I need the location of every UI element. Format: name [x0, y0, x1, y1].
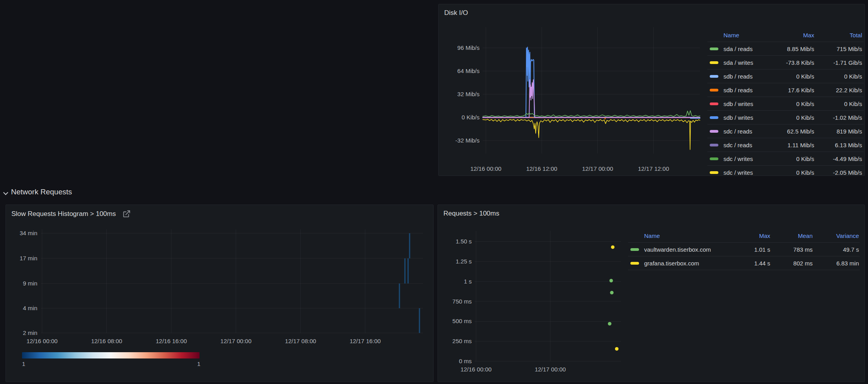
- legend-row[interactable]: sdb / reads0 Kib/s0 Kib/s: [707, 69, 864, 83]
- series-name: sdc / reads: [723, 142, 752, 148]
- legend-row[interactable]: sdb / reads17.6 Kib/s22.2 Kib/s: [707, 83, 864, 97]
- series-color-dash: [710, 61, 718, 64]
- legend-value-max: 0 Kib/s: [766, 169, 814, 176]
- legend-row[interactable]: vaultwarden.tiserbox.com1.01 s783 ms49.7…: [628, 243, 860, 256]
- heatmap-color-scale: [22, 352, 200, 358]
- legend-value-total: 715 Mib/s: [814, 46, 864, 52]
- series-name: sdb / reads: [723, 87, 753, 93]
- legend-value-total: 0 Kib/s: [814, 101, 864, 107]
- axis-tick-label: 12/16 00:00: [26, 338, 57, 344]
- legend-row[interactable]: sdc / writes0 Kib/s-2.05 Mib/s: [707, 166, 864, 176]
- legend-value-max: 1.11 Mib/s: [766, 142, 814, 148]
- series-color-dash: [710, 48, 718, 50]
- axis-tick-label: 9 min: [23, 280, 37, 287]
- legend-header-variance[interactable]: Variance: [813, 232, 860, 239]
- scatter-point[interactable]: [608, 322, 612, 325]
- series-name: grafana.tiserbox.com: [644, 260, 699, 267]
- legend-row[interactable]: sdc / reads62.5 Mib/s819 Mib/s: [707, 124, 864, 138]
- legend-value-max: 0 Kib/s: [766, 101, 814, 107]
- legend-header-name[interactable]: Name: [707, 32, 766, 38]
- series-color-dash: [710, 116, 718, 119]
- axis-tick-label: 12/16 12:00: [526, 165, 557, 172]
- series-name: sdb / writes: [723, 101, 753, 107]
- series-line: [483, 80, 700, 117]
- scatter-point[interactable]: [611, 245, 615, 249]
- axis-tick-label: 12/17 00:00: [220, 338, 251, 344]
- legend-value-total: 22.2 Kib/s: [814, 87, 864, 93]
- series-name: sda / writes: [723, 59, 753, 66]
- axis-tick-label: 12/17 08:00: [285, 338, 316, 344]
- axis-tick-label: 12/16 16:00: [156, 338, 187, 344]
- axis-tick-label: 12/17 12:00: [638, 165, 669, 172]
- legend-row[interactable]: sdc / writes0 Kib/s-4.49 Mib/s: [707, 152, 864, 166]
- axis-tick-label: 34 min: [20, 230, 37, 236]
- legend-row[interactable]: sdb / writes0 Kib/s-1.02 Mib/s: [707, 111, 864, 124]
- series-color-dash: [710, 157, 718, 160]
- axis-tick-label: 12/17 00:00: [582, 165, 613, 172]
- legend-value-max: 8.85 Mib/s: [766, 46, 814, 52]
- series-color-dash: [710, 171, 718, 174]
- series-line: [483, 119, 700, 150]
- legend-value-total: -2.05 Mib/s: [814, 169, 864, 176]
- legend-value-variance: 49.7 s: [813, 246, 860, 253]
- legend-value-total: 819 Mib/s: [814, 128, 864, 135]
- legend-header-mean[interactable]: Mean: [770, 232, 813, 239]
- scatter-point[interactable]: [610, 291, 613, 294]
- section-title: Network Requests: [11, 188, 72, 196]
- axis-tick-label: -32 Mib/s: [455, 137, 480, 144]
- legend-row[interactable]: sdc / reads1.11 Mib/s6.13 Mib/s: [707, 138, 864, 152]
- legend-value-max: 1.44 s: [724, 260, 770, 267]
- series-color-dash: [710, 75, 718, 78]
- legend-value-total: -1.71 Gib/s: [814, 59, 864, 66]
- section-network-requests[interactable]: Network Requests: [4, 187, 72, 197]
- legend-value-mean: 783 ms: [770, 246, 813, 253]
- legend-value-mean: 802 ms: [770, 260, 813, 267]
- series-name: sdb / reads: [723, 73, 753, 80]
- series-name: sdc / reads: [723, 128, 752, 135]
- legend-header-name[interactable]: Name: [628, 232, 724, 239]
- legend-header-row: NameMaxTotal: [707, 29, 864, 42]
- series-color-dash: [710, 144, 718, 146]
- legend-row[interactable]: grafana.tiserbox.com1.44 s802 ms6.83 min: [628, 256, 860, 270]
- series-name: sdb / writes: [723, 114, 753, 121]
- axis-tick-label: 500 ms: [452, 318, 472, 324]
- axis-tick-label: 1.50 s: [456, 238, 472, 245]
- axis-tick-label: 1.25 s: [456, 258, 472, 265]
- legend-value-total: 0 Kib/s: [814, 73, 864, 80]
- legend-row[interactable]: sda / writes-73.8 Kib/s-1.71 Gib/s: [707, 56, 864, 69]
- axis-tick-label: 1 s: [464, 278, 472, 285]
- series-name: sdc / writes: [723, 155, 753, 162]
- legend-header-max[interactable]: Max: [724, 232, 770, 239]
- color-scale-max-label: 1: [197, 360, 200, 367]
- legend-value-total: 6.13 Mib/s: [814, 142, 864, 148]
- legend-row[interactable]: sda / reads8.85 Mib/s715 Mib/s: [707, 42, 864, 56]
- legend-value-total: -4.49 Mib/s: [814, 155, 864, 162]
- legend-value-total: -1.02 Mib/s: [814, 114, 864, 121]
- axis-tick-label: 12/16 08:00: [91, 338, 122, 344]
- legend-row[interactable]: sdb / writes0 Kib/s0 Kib/s: [707, 97, 864, 111]
- axis-tick-label: 12/16 00:00: [470, 165, 501, 172]
- series-line: [483, 111, 700, 117]
- requests-legend: NameMaxMeanVariancevaultwarden.tiserbox.…: [628, 229, 860, 270]
- legend-value-max: 0 Kib/s: [766, 155, 814, 162]
- chevron-down-icon: [4, 190, 8, 194]
- series-color-dash: [710, 130, 718, 133]
- heatmap-cell: [405, 258, 406, 283]
- series-name: sdc / writes: [723, 169, 753, 176]
- series-line: [483, 47, 700, 117]
- scatter-point[interactable]: [610, 279, 613, 282]
- heatmap-cell: [399, 283, 400, 308]
- heatmap-cell: [408, 258, 409, 283]
- legend-header-row: NameMaxMeanVariance: [628, 229, 860, 243]
- series-color-dash: [630, 262, 639, 265]
- color-scale-min-label: 1: [22, 360, 25, 367]
- legend-header-max[interactable]: Max: [766, 32, 814, 38]
- panel-slow-requests-histogram: Slow Requests Histogram > 100ms 12/16 00…: [5, 205, 434, 382]
- legend-value-variance: 6.83 min: [813, 260, 860, 267]
- axis-tick-label: 250 ms: [452, 338, 472, 344]
- axis-tick-label: 2 min: [23, 329, 37, 336]
- axis-tick-label: 12/17 00:00: [535, 366, 566, 373]
- legend-header-total[interactable]: Total: [814, 32, 864, 38]
- legend-value-max: 0 Kib/s: [766, 73, 814, 80]
- scatter-point[interactable]: [615, 347, 619, 351]
